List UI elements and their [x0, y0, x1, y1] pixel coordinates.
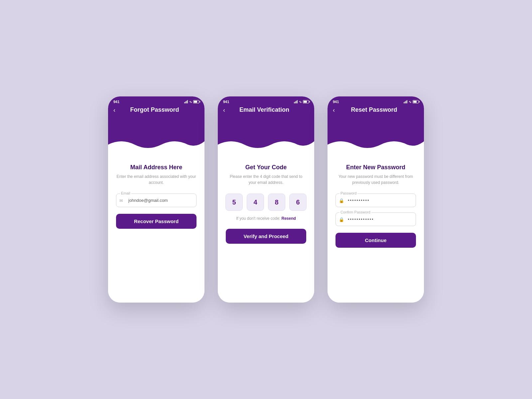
wave-2 — [218, 138, 314, 155]
resend-link[interactable]: Resend — [282, 216, 296, 221]
content-subtitle-2: Please enter the 4 digit code that send … — [226, 174, 306, 186]
status-time-3: 941 — [333, 100, 339, 104]
email-icon: ✉ — [119, 198, 123, 203]
verify-proceed-button[interactable]: Verify and Proceed — [226, 229, 306, 244]
lock-icon-2: 🔒 — [339, 217, 344, 222]
content-title-2: Get Your Code — [245, 164, 287, 171]
phone-2-content: Get Your Code Please enter the 4 digit c… — [218, 155, 314, 303]
status-bar-1: 941 ∿ — [108, 96, 204, 105]
otp-digit-3[interactable]: 8 — [268, 194, 285, 211]
email-label: Email — [120, 191, 131, 195]
content-subtitle-1: Enter the email address associated with … — [116, 174, 197, 186]
resend-prefix: If you don't receive code: — [236, 216, 281, 221]
battery-icon-1 — [193, 100, 199, 103]
lock-icon-1: 🔒 — [339, 198, 344, 203]
content-title-3: Enter New Password — [346, 164, 405, 171]
password-label: Password — [339, 191, 357, 195]
back-button-1[interactable]: ‹ — [113, 107, 115, 113]
phone-reset-password: 941 ∿ ‹ Reset Password — [328, 96, 424, 303]
confirm-password-input[interactable] — [335, 212, 416, 226]
otp-row: 5 4 8 6 — [225, 194, 307, 211]
status-bar-2: 941 ∿ — [218, 96, 314, 105]
recover-password-button[interactable]: Recover Password — [116, 214, 197, 229]
content-subtitle-3: Your new password must be different from… — [335, 174, 416, 186]
wave-1 — [108, 138, 204, 155]
phones-container: 941 ∿ ‹ Forgot Password — [108, 96, 424, 303]
otp-digit-4[interactable]: 6 — [289, 194, 307, 211]
email-input[interactable] — [116, 194, 197, 207]
signal-icon-1 — [184, 100, 188, 103]
screen-title-3: Reset Password — [337, 106, 419, 113]
battery-icon-2 — [303, 100, 309, 103]
continue-button[interactable]: Continue — [335, 233, 416, 248]
status-time-1: 941 — [113, 100, 119, 104]
battery-icon-3 — [413, 100, 419, 103]
password-input-group: Password 🔒 — [335, 194, 416, 207]
screen-title-1: Forgot Password — [118, 106, 199, 113]
phone-1-content: Mail Address Here Enter the email addres… — [108, 155, 204, 303]
wifi-icon-1: ∿ — [189, 100, 192, 104]
confirm-password-input-group: Confirm Password 🔒 — [335, 212, 416, 226]
status-icons-3: ∿ — [404, 100, 419, 104]
phone-3-header: 941 ∿ ‹ Reset Password — [328, 96, 424, 155]
signal-icon-3 — [404, 100, 407, 103]
wifi-icon-2: ∿ — [299, 100, 302, 104]
screen-title-2: Email Verification — [228, 106, 309, 113]
nav-row-2: ‹ Email Verification — [218, 105, 314, 116]
phone-email-verification: 941 ∿ ‹ Email Verification — [218, 96, 314, 303]
phone-forgot-password: 941 ∿ ‹ Forgot Password — [108, 96, 204, 303]
status-icons-1: ∿ — [184, 100, 199, 104]
wave-3 — [328, 138, 424, 155]
wifi-icon-3: ∿ — [409, 100, 411, 104]
otp-digit-2[interactable]: 4 — [247, 194, 264, 211]
signal-icon-2 — [294, 100, 298, 103]
back-button-2[interactable]: ‹ — [223, 107, 225, 113]
confirm-password-label: Confirm Password — [339, 210, 371, 214]
back-button-3[interactable]: ‹ — [333, 107, 335, 113]
nav-row-3: ‹ Reset Password — [328, 105, 424, 116]
phone-1-header: 941 ∿ ‹ Forgot Password — [108, 96, 204, 155]
nav-row-1: ‹ Forgot Password — [108, 105, 204, 116]
phone-2-header: 941 ∿ ‹ Email Verification — [218, 96, 314, 155]
resend-text: If you don't receive code: Resend — [236, 216, 296, 221]
status-icons-2: ∿ — [294, 100, 309, 104]
password-input[interactable] — [335, 194, 416, 207]
status-bar-3: 941 ∿ — [328, 96, 424, 105]
phone-3-content: Enter New Password Your new password mus… — [328, 155, 424, 303]
status-time-2: 941 — [223, 100, 229, 104]
content-title-1: Mail Address Here — [130, 164, 182, 171]
email-input-group: Email ✉ — [116, 194, 197, 207]
otp-digit-1[interactable]: 5 — [225, 194, 243, 211]
